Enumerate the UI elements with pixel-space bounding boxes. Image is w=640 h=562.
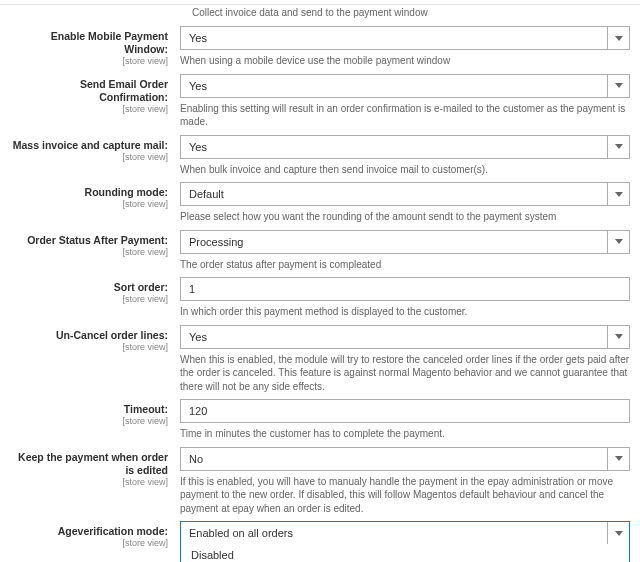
intro-hint: Collect invoice data and send to the pay… <box>192 7 630 18</box>
section-divider <box>0 4 640 5</box>
field-label: Mass invoice and capture mail: <box>10 139 168 152</box>
scope-label: [store view] <box>10 152 168 162</box>
chevron-down-icon <box>607 448 629 470</box>
rounding-mode-select[interactable]: Default <box>180 182 630 206</box>
select-value: Enabled on all orders <box>189 527 293 539</box>
field-hint: Enabling this setting will result in an … <box>180 102 630 129</box>
select-value: Yes <box>189 80 207 92</box>
ageverification-dropdown: DisabledEnabled on all ordersEnabled on … <box>180 544 630 562</box>
scope-label: [store view] <box>10 416 168 426</box>
field-hint: The order status after payment is comple… <box>180 258 630 272</box>
field-hint: When using a mobile device use the mobil… <box>180 54 630 68</box>
field-mass-invoice: Mass invoice and capture mail: [store vi… <box>10 129 630 177</box>
field-label: Un-Cancel order lines: <box>10 329 168 342</box>
chevron-down-icon <box>607 183 629 205</box>
mass-invoice-select[interactable]: Yes <box>180 135 630 159</box>
field-label: Sort order: <box>10 281 168 294</box>
field-hint: When bulk invoice and capture then send … <box>180 163 630 177</box>
field-label: Timeout: <box>10 403 168 416</box>
field-rounding-mode: Rounding mode: [store view] Default Plea… <box>10 176 630 224</box>
field-hint: Time in minutes the customer has to comp… <box>180 427 630 441</box>
field-order-status-after-payment: Order Status After Payment: [store view]… <box>10 224 630 272</box>
ageverification-mode-select[interactable]: Enabled on all orders <box>180 521 630 545</box>
select-value: Yes <box>189 32 207 44</box>
sort-order-input[interactable] <box>180 277 630 301</box>
dropdown-option[interactable]: Disabled <box>181 544 629 562</box>
uncancel-order-lines-select[interactable]: Yes <box>180 325 630 349</box>
scope-label: [store view] <box>10 247 168 257</box>
chevron-down-icon <box>607 27 629 49</box>
field-timeout: Timeout: [store view] Time in minutes th… <box>10 393 630 441</box>
field-ageverification-mode: Ageverification mode: [store view] Enabl… <box>10 515 630 562</box>
timeout-input[interactable] <box>180 399 630 423</box>
select-value: Yes <box>189 141 207 153</box>
field-label: Keep the payment when order is edited <box>10 451 168 477</box>
scope-label: [store view] <box>10 199 168 209</box>
scope-label: [store view] <box>10 342 168 352</box>
field-keep-payment: Keep the payment when order is edited [s… <box>10 441 630 516</box>
field-enable-mobile-payment-window: Enable Mobile Payment Window: [store vie… <box>10 20 630 68</box>
select-value: No <box>189 453 203 465</box>
scope-label: [store view] <box>10 477 168 487</box>
scope-label: [store view] <box>10 56 168 66</box>
chevron-down-icon <box>607 75 629 97</box>
chevron-down-icon <box>607 326 629 348</box>
select-value: Default <box>189 188 224 200</box>
field-label: Rounding mode: <box>10 186 168 199</box>
order-status-after-payment-select[interactable]: Processing <box>180 230 630 254</box>
field-send-email-confirmation: Send Email Order Confirmation: [store vi… <box>10 68 630 129</box>
chevron-down-icon <box>607 231 629 253</box>
chevron-down-icon <box>607 136 629 158</box>
scope-label: [store view] <box>10 538 168 548</box>
field-label: Send Email Order Confirmation: <box>10 78 168 104</box>
select-value: Yes <box>189 331 207 343</box>
field-label: Order Status After Payment: <box>10 234 168 247</box>
field-uncancel-order-lines: Un-Cancel order lines: [store view] Yes … <box>10 319 630 394</box>
field-label: Enable Mobile Payment Window: <box>10 30 168 56</box>
enable-mobile-payment-window-select[interactable]: Yes <box>180 26 630 50</box>
field-hint: When this is enabled, the module will tr… <box>180 353 630 394</box>
scope-label: [store view] <box>10 104 168 114</box>
field-hint: Please select how you want the rounding … <box>180 210 630 224</box>
field-sort-order: Sort order: [store view] In which order … <box>10 271 630 319</box>
keep-payment-select[interactable]: No <box>180 447 630 471</box>
field-label: Ageverification mode: <box>10 525 168 538</box>
select-value: Processing <box>189 236 243 248</box>
chevron-down-icon <box>607 522 629 544</box>
scope-label: [store view] <box>10 294 168 304</box>
field-hint: In which order this payment method is di… <box>180 305 630 319</box>
send-email-confirmation-select[interactable]: Yes <box>180 74 630 98</box>
field-hint: If this is enabled, you will have to man… <box>180 475 630 516</box>
